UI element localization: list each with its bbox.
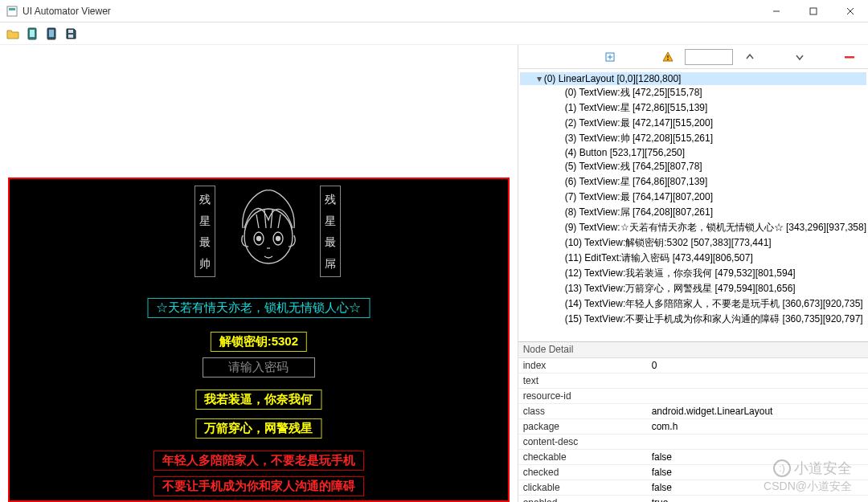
detail-row: checkedfalse [518,465,868,480]
tree-node[interactable]: (8) TextView:屌 [764,208][807,261] [520,205,866,220]
detail-row: classandroid.widget.LinearLayout [518,404,868,419]
anime-face-image [228,184,309,280]
svg-point-16 [276,237,280,241]
tree-node-label: (9) TextView:☆天若有情天亦老，锁机无情锁人心☆ [343,296]… [565,222,866,233]
hierarchy-tree[interactable]: ▾(0) LinearLayout [0,0][1280,800](0) Tex… [518,69,868,341]
password-input[interactable]: 请输入密码 [203,357,315,378]
tree-node[interactable]: (10) TextView:解锁密钥:5302 [507,383][773,44… [520,235,866,251]
tree-node[interactable]: (1) TextView:星 [472,86][515,139] [520,100,866,116]
unlock-key-line: 解锁密钥:5302 [211,332,307,352]
detail-value [647,389,868,404]
svg-point-12 [244,209,293,263]
detail-key: enabled [518,496,647,503]
tree-node[interactable]: (13) TextView:万箭穿心，网警残星 [479,594][801,65… [520,281,866,296]
dump-hierarchy-button[interactable] [43,26,59,42]
node-detail-header: Node Detail [518,342,868,358]
tree-node[interactable]: (11) EditText:请输入密码 [473,449][806,507] [520,251,866,266]
tree-node-label: (3) TextView:帅 [472,208][515,261] [565,133,713,144]
vchar: 星 [325,210,336,232]
boast-line: 我若装逼，你奈我何 [195,390,321,410]
vchar: 残 [325,189,336,210]
vchar: 星 [199,210,211,232]
save-button[interactable] [63,26,79,42]
detail-key: checked [518,465,647,480]
vchar: 屌 [325,253,336,275]
detail-value: false [647,450,868,465]
prev-match-button[interactable] [739,48,760,66]
tree-node-label: (11) EditText:请输入密码 [473,449][806,507] [565,252,753,263]
svg-rect-22 [845,56,854,59]
svg-rect-11 [68,35,73,38]
svg-rect-1 [9,8,15,10]
svg-rect-10 [68,30,73,33]
detail-value: 0 [647,358,868,373]
device-preview-pane: 残 星 最 帅 [0,45,518,502]
svg-rect-7 [30,30,35,37]
detail-value: false [647,465,868,480]
right-pane: ▾(0) LinearLayout [0,0][1280,800](0) Tex… [518,45,868,502]
tree-node[interactable]: ▾(0) LinearLayout [0,0][1280,800] [520,72,866,85]
titlebar: UI Automator Viewer [0,0,868,22]
tree-node[interactable]: (5) TextView:残 [764,25][807,78] [520,159,866,174]
detail-value: android.widget.LinearLayout [647,404,868,419]
vertical-text-right: 残 星 最 屌 [320,186,341,277]
detail-key: class [518,404,647,419]
tree-node-label: (14) TextView:年轻人多陪陪家人，不要老是玩手机 [360,673]… [565,298,863,309]
detail-row: content-desc [518,435,868,450]
detail-row: text [518,373,868,389]
open-folder-button[interactable] [5,26,21,42]
main-area: 残 星 最 帅 [0,45,868,502]
window-title: UI Automator Viewer [23,6,111,17]
tree-node[interactable]: (0) TextView:残 [472,25][515,78] [520,85,866,100]
maximize-button[interactable] [802,3,825,19]
tree-node[interactable]: (9) TextView:☆天若有情天亦老，锁机无情锁人心☆ [343,296]… [520,220,866,235]
detail-row: index0 [518,358,868,373]
device-screenshot-button[interactable] [24,26,40,42]
tree-node-label: (13) TextView:万箭穿心，网警残星 [479,594][801,65… [565,283,796,294]
detail-key: resource-id [518,389,647,404]
vchar: 最 [199,231,211,253]
tree-node-label: (4) Button [523,17][756,250] [565,147,685,158]
tree-node[interactable]: (2) TextView:最 [472,147][515,200] [520,116,866,131]
node-detail-pane: Node Detail index0textresource-idclassan… [518,341,868,502]
expand-all-button[interactable] [600,48,620,66]
detail-key: clickable [518,480,647,496]
tree-node[interactable]: (6) TextView:星 [764,86][807,139] [520,174,866,190]
collapse-icon[interactable]: ▾ [534,73,544,84]
device-frame: 残 星 最 帅 [8,178,510,502]
tree-node-label: (10) TextView:解锁密钥:5302 [507,383][773,44… [565,237,772,248]
tree-node[interactable]: (14) TextView:年轻人多陪陪家人，不要老是玩手机 [360,673]… [520,296,866,312]
detail-value: com.h [647,419,868,435]
minimize-button[interactable] [765,3,788,19]
tree-node-label: (7) TextView:最 [764,147][807,200] [565,191,713,202]
svg-rect-3 [810,8,817,14]
tree-node[interactable]: (15) TextView:不要让手机成为你和家人沟通的障碍 [360,735]… [520,312,866,327]
next-match-button[interactable] [789,48,810,66]
detail-row: packagecom.h [518,419,868,435]
collapse-all-button[interactable] [839,48,860,66]
vchar: 残 [199,189,211,210]
tree-node[interactable]: (7) TextView:最 [764,147][807,200] [520,190,866,205]
detail-row: checkablefalse [518,450,868,465]
node-detail-table: index0textresource-idclassandroid.widget… [518,358,868,502]
app-icon [6,6,18,17]
family-line-2: 不要让手机成为你和家人沟通的障碍 [154,476,364,496]
subtitle-line: ☆天若有情天亦老，锁机无情锁人心☆ [147,298,370,318]
tree-node-label: (0) TextView:残 [472,25][515,78] [565,87,702,98]
tree-node-label: (2) TextView:最 [472,147][515,200] [565,117,713,129]
tree-node-label: (5) TextView:残 [764,25][807,78] [565,161,702,172]
tree-node[interactable]: (4) Button [523,17][756,250] [520,146,866,159]
arrow-line: 万箭穿心，网警残星 [195,418,321,439]
tree-node[interactable]: (12) TextView:我若装逼，你奈我何 [479,532][801,59… [520,266,866,281]
tree-node-label: (12) TextView:我若装逼，你奈我何 [479,532][801,59… [565,267,796,279]
detail-key: index [518,358,647,373]
search-field[interactable] [685,49,733,65]
svg-point-15 [257,237,261,241]
vchar: 帅 [199,253,211,275]
svg-point-21 [667,59,669,60]
tree-node[interactable]: (3) TextView:帅 [472,208][515,261] [520,131,866,146]
close-button[interactable] [839,3,862,19]
warning-icon[interactable] [657,48,678,66]
tree-node-label: (0) LinearLayout [0,0][1280,800] [544,73,682,84]
vchar: 最 [325,231,336,253]
